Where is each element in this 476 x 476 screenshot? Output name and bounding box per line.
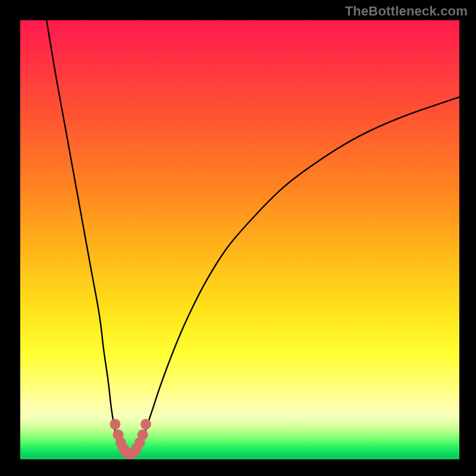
curve-left-branch — [46, 20, 122, 452]
valley-marker — [140, 419, 151, 430]
valley-marker-group — [109, 419, 151, 459]
chart-svg — [20, 20, 459, 459]
watermark-text: TheBottleneck.com — [345, 4, 468, 19]
curve-right-branch — [138, 97, 459, 452]
valley-marker — [137, 430, 148, 440]
plot-area — [20, 20, 459, 459]
chart-frame: TheBottleneck.com — [0, 0, 476, 476]
valley-marker — [109, 419, 120, 430]
